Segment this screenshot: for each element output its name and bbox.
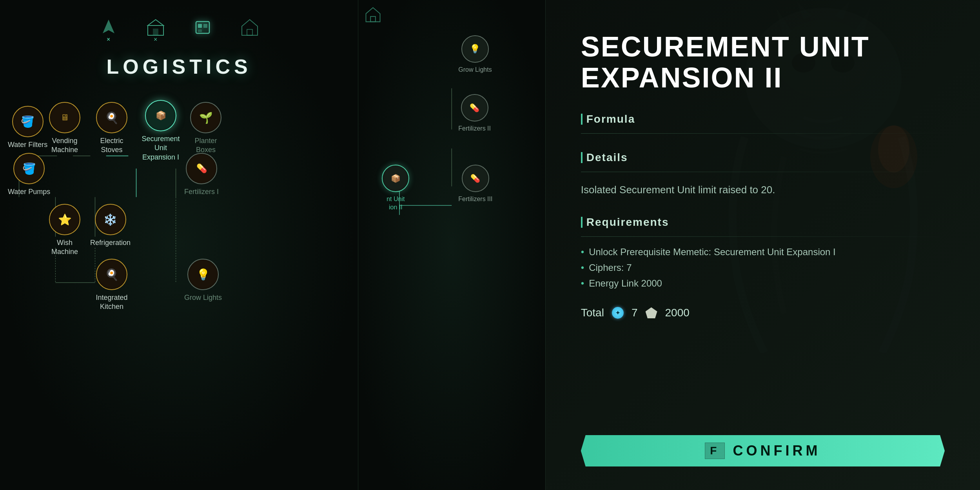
req-item-2: Energy Link 2000 bbox=[581, 278, 945, 289]
node-circle-securement-1: 📦 bbox=[145, 100, 176, 131]
section-title: LOGISTICS bbox=[107, 55, 252, 78]
formula-section: Formula bbox=[581, 113, 945, 134]
svg-marker-0 bbox=[103, 20, 114, 33]
req-item-1: Ciphers: 7 bbox=[581, 262, 945, 273]
node-planter-boxes[interactable]: 🌱 Planter Boxes bbox=[184, 102, 227, 155]
node-circle-fert1: 💊 bbox=[186, 153, 217, 184]
formula-divider bbox=[581, 133, 945, 134]
formula-label: Formula bbox=[581, 113, 945, 125]
node-vending-machine[interactable]: 🖥 Vending Machine bbox=[43, 102, 86, 155]
mid-node-fert3[interactable]: 💊 Fertilizers III bbox=[458, 165, 492, 203]
node-circle-stoves: 🍳 bbox=[96, 102, 127, 133]
confirm-button[interactable]: F CONFIRM bbox=[581, 435, 945, 466]
mid-node-securement-2[interactable]: 📦 nt Unition II bbox=[382, 165, 409, 212]
node-integrated-kitchen[interactable]: 🍳 Integrated Kitchen bbox=[90, 259, 133, 312]
detail-title: SECUREMENT UNITEXPANSION II bbox=[581, 31, 945, 93]
requirements-divider bbox=[581, 236, 945, 237]
detail-content: SECUREMENT UNITEXPANSION II Formula Deta… bbox=[546, 0, 980, 350]
node-electric-stoves[interactable]: 🍳 Electric Stoves bbox=[90, 102, 133, 155]
svg-rect-9 bbox=[247, 29, 252, 35]
total-ciphers: 7 bbox=[632, 307, 638, 319]
left-panel: × × LOGISTICS bbox=[0, 0, 358, 490]
detail-panel: SECUREMENT UNITEXPANSION II Formula Deta… bbox=[546, 0, 980, 490]
requirements-section: Requirements Unlock Prerequisite Memetic… bbox=[581, 216, 945, 289]
details-section: Details Isolated Securement Unit limit r… bbox=[581, 151, 945, 198]
svg-rect-6 bbox=[203, 24, 207, 28]
node-circle-water-filters: 🪣 bbox=[12, 106, 44, 137]
node-circle-planter: 🌱 bbox=[190, 102, 221, 133]
details-label: Details bbox=[581, 151, 945, 164]
cipher-icon: ✦ bbox=[612, 307, 624, 319]
nav-icon-combat[interactable]: × bbox=[97, 16, 120, 39]
svg-marker-8 bbox=[242, 20, 258, 35]
mid-node-fert2[interactable]: 💊 Fertilizers II bbox=[458, 94, 491, 133]
node-circle-wish: ⭐ bbox=[49, 204, 80, 235]
total-row: Total ✦ 7 2000 bbox=[581, 307, 945, 319]
svg-marker-2 bbox=[148, 20, 163, 25]
mid-panel: 💡 Grow Lights 💊 Fertilizers II 📦 nt Unit… bbox=[358, 0, 545, 490]
details-divider bbox=[581, 172, 945, 172]
node-securement-1[interactable]: 📦 Securement Unit Expansion I bbox=[137, 100, 184, 162]
svg-rect-3 bbox=[153, 29, 158, 35]
svg-rect-5 bbox=[198, 24, 202, 28]
node-circle-refrig: ❄️ bbox=[95, 204, 126, 235]
details-text: Isolated Securement Unit limit raised to… bbox=[581, 182, 855, 198]
node-water-pumps[interactable]: 🪣 Water Pumps bbox=[8, 153, 50, 196]
node-wish-machine[interactable]: ⭐ Wish Machine bbox=[43, 204, 86, 257]
requirements-label: Requirements bbox=[581, 216, 945, 229]
req-item-0: Unlock Prerequisite Memetic: Securement … bbox=[581, 247, 945, 258]
node-circle-kitchen: 🍳 bbox=[96, 259, 127, 290]
node-circle-grow-left: 💡 bbox=[187, 259, 219, 290]
confirm-key: F bbox=[705, 443, 725, 459]
mid-node-grow-lights[interactable]: 💡 Grow Lights bbox=[458, 35, 492, 74]
node-fertilizers-1[interactable]: 💊 Fertilizers I bbox=[184, 153, 219, 196]
node-circle-vending: 🖥 bbox=[49, 102, 80, 133]
confirm-label: CONFIRM bbox=[733, 443, 820, 459]
node-grow-lights-left[interactable]: 💡 Grow Lights bbox=[184, 259, 222, 302]
node-refrigeration[interactable]: ❄️ Refrigeration bbox=[90, 204, 131, 247]
svg-rect-7 bbox=[198, 29, 202, 32]
nav-icon-build[interactable]: × bbox=[144, 16, 167, 39]
node-water-filters[interactable]: 🪣 Water Filters bbox=[8, 106, 47, 149]
top-nav: × × bbox=[97, 16, 261, 39]
energy-icon bbox=[646, 307, 657, 318]
total-label: Total bbox=[581, 307, 604, 319]
node-circle-water-pumps: 🪣 bbox=[13, 153, 45, 184]
total-energy: 2000 bbox=[665, 307, 690, 319]
nav-icon-home[interactable] bbox=[238, 16, 261, 39]
nav-icon-logistics[interactable] bbox=[191, 16, 214, 39]
